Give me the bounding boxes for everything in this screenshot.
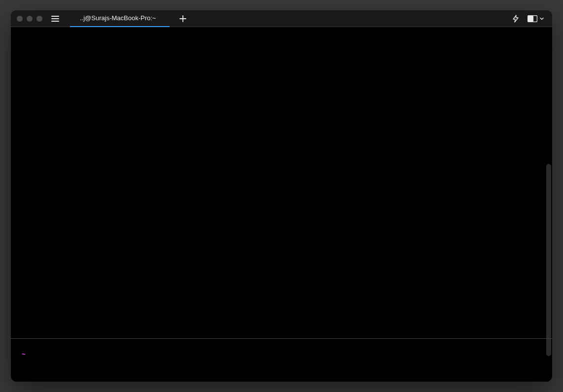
minimize-traffic-light[interactable]	[27, 16, 33, 22]
svg-rect-3	[528, 16, 533, 22]
terminal-window: ..j@Surajs-MacBook-Pro:~	[11, 10, 552, 382]
panel-layout-dropdown[interactable]	[528, 15, 544, 22]
hamburger-menu-icon[interactable]	[49, 14, 61, 24]
tab-title: ..j@Surajs-MacBook-Pro:~	[80, 14, 156, 22]
terminal-body[interactable]: ~	[11, 27, 552, 382]
panel-icon	[528, 15, 537, 22]
prompt-symbol: ~	[22, 350, 26, 358]
titlebar-right-controls	[512, 15, 548, 23]
close-traffic-light[interactable]	[17, 16, 23, 22]
terminal-prompt: ~	[22, 350, 26, 358]
lightning-icon	[512, 15, 520, 23]
maximize-traffic-light[interactable]	[36, 16, 42, 22]
plus-icon	[179, 15, 186, 22]
ai-button[interactable]	[512, 15, 520, 23]
pane-divider[interactable]	[11, 338, 552, 339]
tab-active[interactable]: ..j@Surajs-MacBook-Pro:~	[70, 10, 170, 27]
chevron-down-icon	[539, 16, 544, 21]
titlebar: ..j@Surajs-MacBook-Pro:~	[11, 10, 552, 27]
traffic-lights	[15, 16, 42, 22]
new-tab-button[interactable]	[179, 15, 186, 22]
scrollbar[interactable]	[546, 164, 551, 356]
